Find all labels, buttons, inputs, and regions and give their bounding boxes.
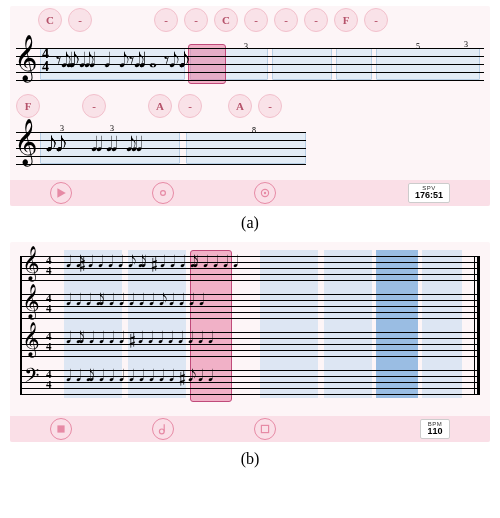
chord-chip[interactable]: - — [244, 8, 268, 32]
chord-chip[interactable]: - — [68, 8, 92, 32]
treble-clef-icon: 𝄞 — [22, 324, 40, 354]
toolbar: BPM 110 — [10, 416, 490, 442]
chord-chip[interactable]: - — [184, 8, 208, 32]
svg-point-3 — [264, 192, 266, 194]
time-signature: 44 — [46, 370, 52, 390]
tuplet-label: 3 — [110, 124, 114, 133]
toolbar: SPV 176:51 — [10, 180, 490, 206]
time-signature: 44 — [46, 294, 52, 314]
chord-chip[interactable]: A — [148, 94, 172, 118]
caption-b: (b) — [241, 450, 260, 468]
svg-marker-0 — [57, 188, 65, 198]
time-signature: 4 4 — [42, 48, 49, 73]
notes-glyphs: 𝅘𝅥𝅮𝅘𝅥𝅮𝅘𝅥𝅮 𝅘𝅥𝅮𝅘𝅥𝅮𝅘𝅥𝅮 𝅘𝅥 𝅘𝅥 𝅘𝅥 𝅘𝅥 𝅘𝅥𝅮 𝅘𝅥 𝅘… — [46, 134, 136, 154]
panel-b: 𝄞 𝄞 𝄞 𝄢 44 44 44 44 𝅘𝅥 𝅘𝅥𝅮♯𝅘𝅥 𝅘𝅥 𝅘𝅥 𝅘𝅥 𝅘… — [10, 242, 490, 442]
notes-glyphs: 𝅘𝅥 𝅘𝅥𝅮𝅘𝅥 𝅘𝅥 𝅘𝅥 𝅘𝅥 𝅘𝅥 ♯𝅘𝅥 𝅘𝅥 𝅘𝅥 𝅘𝅥 𝅘𝅥 𝅘𝅥 … — [66, 330, 211, 346]
caption-a: (a) — [241, 214, 259, 232]
tuplet-label: 5 — [416, 42, 420, 51]
treble-clef-icon: 𝄞 — [22, 286, 40, 316]
staff-system-2: 𝄞 𝅘𝅥𝅮𝅘𝅥𝅮𝅘𝅥𝅮 𝅘𝅥𝅮𝅘𝅥𝅮𝅘𝅥𝅮 𝅘𝅥 𝅘𝅥 𝅘𝅥 𝅘𝅥 𝅘𝅥𝅮 𝅘𝅥… — [16, 124, 484, 174]
chord-row-1: C - - - C - - - F - — [38, 8, 388, 32]
treble-clef-icon: 𝄞 — [14, 122, 38, 162]
chord-row-2: F - A - A - — [16, 94, 282, 118]
treble-clef-icon: 𝄞 — [14, 38, 38, 78]
notes-glyphs: 𝅘𝅥 𝅘𝅥𝅮♯𝅘𝅥 𝅘𝅥 𝅘𝅥 𝅘𝅥 𝅘𝅥𝅮 𝅘𝅥𝅮𝅘𝅥 ♯𝅘𝅥 𝅘𝅥 𝅘𝅥 𝅘… — [66, 254, 236, 270]
tuplet-label: 3 — [244, 42, 248, 51]
svg-rect-4 — [57, 425, 64, 432]
chord-chip[interactable]: F — [334, 8, 358, 32]
tuplet-label: 3 — [60, 124, 64, 133]
notes-glyphs: 𝅘𝅥 𝅘𝅥 𝅘𝅥𝅮𝅘𝅥 𝅘𝅥 𝅘𝅥 𝅘𝅥 𝅘𝅥 𝅘𝅥 𝅘𝅥 𝅘𝅥 𝅘𝅥 ♯𝅘𝅥𝅮… — [66, 368, 211, 384]
chord-chip[interactable]: C — [38, 8, 62, 32]
settings-button[interactable] — [254, 182, 276, 204]
record-button[interactable] — [152, 182, 174, 204]
play-button[interactable] — [50, 182, 72, 204]
notes-glyphs: 𝅘𝅥 𝅘𝅥 𝅘𝅥 𝅘𝅥𝅮𝅘𝅥 𝅘𝅥 𝅘𝅥 𝅘𝅥 𝅘𝅥 𝅘𝅥 𝅘𝅥𝅮 𝅘𝅥 𝅘𝅥 … — [66, 292, 202, 308]
chord-chip[interactable]: - — [82, 94, 106, 118]
selection-highlight — [376, 250, 418, 398]
panel-a: C - - - C - - - F - 𝄞 4 4 𝄾 𝅘𝅥𝅮 𝅘𝅥 𝅘𝅥𝅮𝅘𝅥… — [10, 6, 490, 206]
svg-rect-7 — [261, 425, 268, 432]
time-signature: 44 — [46, 332, 52, 352]
bpm-display[interactable]: SPV 176:51 — [408, 183, 450, 203]
bass-clef-icon: 𝄢 — [24, 366, 39, 390]
playhead-highlight — [188, 44, 226, 84]
chord-chip[interactable]: - — [154, 8, 178, 32]
tuplet-label: 8 — [252, 126, 256, 135]
bpm-value: 110 — [427, 427, 443, 437]
chord-chip[interactable]: - — [258, 94, 282, 118]
chord-chip[interactable]: - — [304, 8, 328, 32]
svg-point-1 — [161, 191, 166, 196]
chord-chip[interactable]: F — [16, 94, 40, 118]
chord-chip[interactable]: A — [228, 94, 252, 118]
svg-point-5 — [159, 429, 164, 434]
tuplet-label: 3 — [464, 40, 468, 49]
stop-button[interactable] — [50, 418, 72, 440]
chord-chip[interactable]: - — [364, 8, 388, 32]
bpm-display[interactable]: BPM 110 — [420, 419, 450, 439]
notes-glyphs: 𝄾 𝅘𝅥𝅮 𝅘𝅥 𝅘𝅥𝅮𝅘𝅥𝅮 𝅘𝅥 𝅘𝅥𝅮 𝅘𝅥 𝅗𝅥. 𝅘𝅥𝅮 𝄾 𝅘𝅥𝅮 … — [56, 50, 179, 70]
settings-button[interactable] — [254, 418, 276, 440]
staff-system-1: 𝄞 4 4 𝄾 𝅘𝅥𝅮 𝅘𝅥 𝅘𝅥𝅮𝅘𝅥𝅮 𝅘𝅥 𝅘𝅥𝅮 𝅘𝅥 𝅗𝅥. 𝅘𝅥𝅮 … — [16, 40, 484, 90]
bpm-value: 176:51 — [415, 191, 443, 201]
chord-chip[interactable]: - — [274, 8, 298, 32]
tempo-button[interactable] — [152, 418, 174, 440]
time-signature: 44 — [46, 256, 52, 276]
chord-chip[interactable]: C — [214, 8, 238, 32]
four-part-score: 𝄞 𝄞 𝄞 𝄢 44 44 44 44 𝅘𝅥 𝅘𝅥𝅮♯𝅘𝅥 𝅘𝅥 𝅘𝅥 𝅘𝅥 𝅘… — [20, 250, 480, 400]
chord-chip[interactable]: - — [178, 94, 202, 118]
treble-clef-icon: 𝄞 — [22, 248, 40, 278]
